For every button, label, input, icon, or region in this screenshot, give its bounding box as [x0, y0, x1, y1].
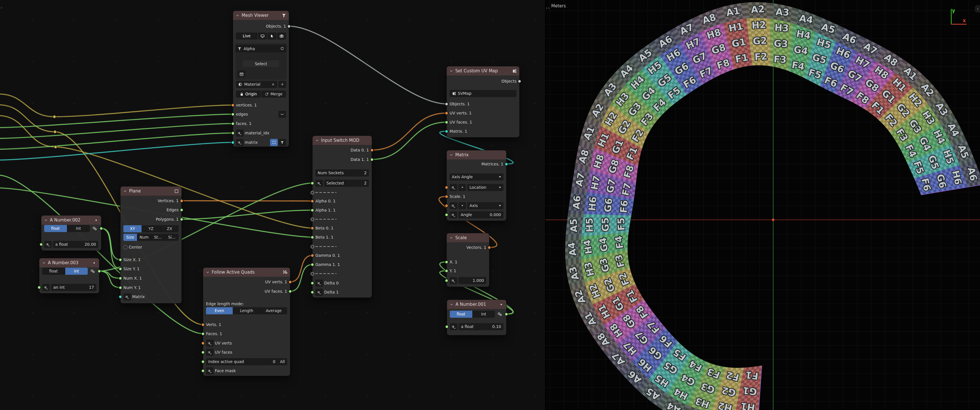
plug-button[interactable]: [236, 139, 243, 146]
plug-button[interactable]: [450, 277, 457, 284]
plug-button[interactable]: [206, 367, 214, 374]
funnel-button[interactable]: [278, 139, 286, 146]
socket-green[interactable]: [119, 286, 122, 289]
socket-green[interactable]: [119, 267, 122, 271]
node-header[interactable]: A Number.002: [41, 216, 101, 225]
socket-none[interactable]: [310, 272, 314, 276]
camera-button[interactable]: [277, 32, 286, 40]
plug-button[interactable]: [450, 202, 457, 209]
refresh-icon-wrap[interactable]: [280, 46, 284, 51]
plug-button[interactable]: [123, 293, 131, 300]
toggle-merge[interactable]: Merge: [261, 91, 286, 98]
socket-orange[interactable]: [445, 195, 449, 199]
socket-gray[interactable]: [445, 102, 449, 106]
plug-button[interactable]: [315, 289, 323, 296]
socket-green[interactable]: [201, 332, 205, 336]
toggle-size[interactable]: Size: [123, 234, 137, 241]
node-plane[interactable]: PlaneVertices. 1EdgesPolygons. 1XYYZZXSi…: [121, 186, 181, 303]
socket-orange[interactable]: [370, 148, 374, 152]
socket-green[interactable]: [445, 121, 449, 124]
plug-button[interactable]: [206, 349, 214, 356]
node-header[interactable]: Plane: [121, 186, 181, 195]
node-header[interactable]: Set Custom UV Map: [447, 66, 519, 75]
socket-orange[interactable]: [445, 111, 449, 115]
dropdown-toggle-button[interactable]: [458, 184, 466, 191]
socket-green[interactable]: [231, 122, 235, 126]
dropdown[interactable]: Location: [467, 184, 503, 191]
toggle-live[interactable]: Live: [236, 32, 258, 40]
value-field[interactable]: an int17: [51, 284, 96, 291]
node-set-custom-uv-map[interactable]: Set Custom UV MapObjectsSVMapObjects. 1U…: [447, 66, 519, 137]
socket-orange[interactable]: [201, 323, 205, 327]
select-button[interactable]: Select: [242, 60, 280, 67]
value-field[interactable]: Num Sockets2: [315, 169, 369, 176]
dropdown-toggle-button[interactable]: [458, 202, 466, 209]
cursor-button[interactable]: [267, 32, 276, 40]
node-scale[interactable]: ScaleVectors. 1X. 1Y. 11.000: [447, 233, 489, 287]
socket-green[interactable]: [370, 158, 374, 161]
socket-gray[interactable]: [518, 79, 521, 83]
toggle-int[interactable]: int: [65, 268, 88, 275]
value-field[interactable]: Selected2: [324, 180, 369, 187]
reroute-dot[interactable]: [54, 130, 57, 133]
socket-green[interactable]: [201, 369, 205, 373]
value-field[interactable]: SVMap: [450, 90, 517, 97]
uv-grid-canvas[interactable]: [546, 0, 980, 410]
socket-cyan[interactable]: [231, 141, 235, 145]
socket-orange[interactable]: [310, 226, 314, 230]
editor-collapse-arrow[interactable]: ›: [0, 5, 2, 10]
node-header[interactable]: Mesh Viewer: [233, 11, 289, 20]
toggle-origin[interactable]: Origin: [236, 91, 261, 98]
alpha-list-header[interactable]: Alpha: [235, 45, 286, 52]
add-material-button[interactable]: [278, 81, 286, 88]
radio-circle[interactable]: [123, 245, 127, 249]
socket-green[interactable]: [99, 227, 103, 230]
node-a-number-001[interactable]: A Number.001floatinta float0.10: [447, 300, 506, 335]
socket-green[interactable]: [504, 312, 508, 316]
uv-image-viewport[interactable]: ‹ › Meters ‹: [545, 0, 980, 410]
socket-orange[interactable]: [180, 199, 183, 203]
toggle-even[interactable]: Even: [206, 307, 233, 314]
value-field[interactable]: 1.000: [458, 277, 486, 284]
plug-button[interactable]: [450, 323, 458, 330]
socket-green[interactable]: [288, 289, 292, 293]
socket-green[interactable]: [445, 260, 449, 264]
viewport-resize-arrows-icon[interactable]: ‹ ›: [546, 6, 550, 10]
socket-orange[interactable]: [445, 204, 449, 208]
node-mesh-viewer[interactable]: Mesh ViewerObjects. 1LiveAlphaSelectMate…: [233, 11, 289, 147]
toggle-int[interactable]: int: [67, 225, 90, 232]
plug-button[interactable]: [206, 340, 214, 347]
gears-icon-wrap[interactable]: [91, 226, 98, 231]
sidebar-collapse-arrow[interactable]: ‹: [975, 5, 980, 13]
toggle-average[interactable]: Average: [260, 307, 287, 314]
socket-none[interactable]: [310, 218, 314, 221]
toggle-float[interactable]: float: [42, 268, 65, 275]
plug-button[interactable]: [450, 211, 457, 218]
socket-green[interactable]: [39, 243, 43, 246]
socket-green[interactable]: [445, 325, 449, 329]
socket-green[interactable]: [310, 263, 314, 267]
dropdown[interactable]: Axis: [467, 202, 503, 209]
reroute-dot[interactable]: [53, 115, 56, 118]
close-icon-wrap[interactable]: [271, 83, 275, 86]
node-header[interactable]: Follow Active Quads: [203, 268, 290, 277]
socket-green[interactable]: [231, 113, 235, 116]
socket-green[interactable]: [201, 360, 205, 364]
socket-orange[interactable]: [310, 199, 314, 203]
toggle-float[interactable]: float: [44, 225, 67, 232]
socket-cyan[interactable]: [445, 130, 449, 133]
socket-green[interactable]: [37, 286, 41, 289]
plug-button[interactable]: [42, 284, 50, 291]
socket-green[interactable]: [310, 235, 314, 239]
node-input-switch[interactable]: Input Switch MODData 0. 1Data 1. 1Num So…: [312, 136, 372, 297]
socket-green[interactable]: [310, 291, 314, 294]
socket-green[interactable]: [445, 279, 449, 283]
toggle-xy[interactable]: XY: [123, 225, 142, 232]
socket-green[interactable]: [231, 131, 235, 135]
value-field[interactable]: a float20.00: [53, 241, 98, 248]
material-field[interactable]: Material: [236, 81, 277, 88]
node-header[interactable]: Matrix: [447, 150, 506, 159]
socket-green[interactable]: [180, 218, 183, 221]
socket-none[interactable]: [310, 191, 314, 194]
node-header[interactable]: Scale: [447, 233, 489, 242]
